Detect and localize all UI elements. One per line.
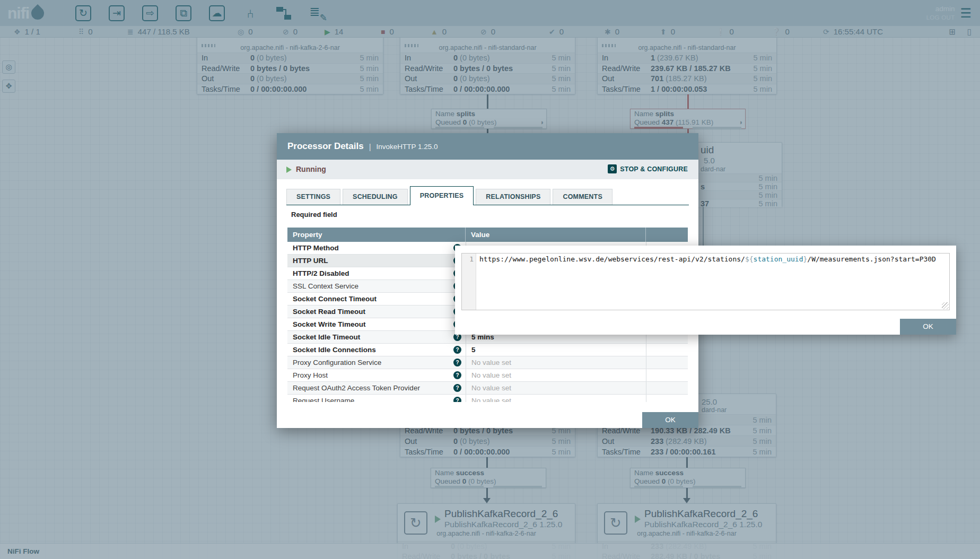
title-separator: |	[369, 142, 371, 151]
help-icon[interactable]: ?	[453, 384, 461, 392]
property-row-clipped: Request Username?No value set	[287, 395, 688, 402]
help-icon[interactable]: ?	[453, 371, 461, 379]
stop-and-configure-button[interactable]: ⚙ STOP & CONFIGURE	[608, 164, 688, 173]
dialog-title: Processor Details	[287, 141, 364, 152]
expression-variable: station_uuid	[754, 255, 803, 263]
value-editor[interactable]: 1 https://www.pegelonline.wsv.de/webserv…	[461, 253, 950, 310]
resize-handle-icon[interactable]	[942, 302, 949, 309]
dialog-ok-button[interactable]: OK	[642, 412, 698, 428]
stop-configure-gear-icon: ⚙	[608, 164, 617, 173]
tab-properties[interactable]: PROPERTIES	[410, 186, 474, 205]
help-icon: ?	[453, 397, 461, 402]
running-state-icon	[286, 167, 292, 173]
tab-scheduling[interactable]: SCHEDULING	[343, 189, 408, 205]
property-row[interactable]: Proxy Host?No value set	[287, 369, 688, 382]
tab-relationships[interactable]: RELATIONSHIPS	[476, 189, 550, 205]
editor-gutter: 1	[462, 254, 476, 310]
value-editor-popup: 1 https://www.pegelonline.wsv.de/webserv…	[455, 246, 956, 335]
property-row[interactable]: Socket Idle Connections?5	[287, 344, 688, 356]
running-state-label: Running	[296, 165, 326, 173]
editor-ok-button[interactable]: OK	[900, 319, 956, 335]
help-icon[interactable]: ?	[453, 359, 461, 366]
dialog-header[interactable]: Processor Details | InvokeHTTP 1.25.0	[277, 133, 698, 160]
tab-comments[interactable]: COMMENTS	[553, 189, 612, 205]
help-icon[interactable]: ?	[453, 346, 461, 354]
nifi-app: org.apache.nifi - nifi-kafka-2-6-nar In0…	[0, 0, 980, 559]
property-row[interactable]: Request OAuth2 Access Token Provider?No …	[287, 382, 688, 395]
line-number: 1	[469, 255, 474, 263]
dialog-tabs: SETTINGS SCHEDULING PROPERTIES RELATIONS…	[286, 186, 612, 205]
properties-table-header: Property Value	[287, 228, 688, 242]
tab-settings[interactable]: SETTINGS	[286, 189, 340, 205]
tab-underline	[286, 205, 689, 205]
property-row[interactable]: Proxy Configuration Service?No value set	[287, 356, 688, 369]
processor-state-row: Running ⚙ STOP & CONFIGURE	[277, 160, 698, 179]
required-field-note: Required field	[291, 211, 337, 219]
editor-text[interactable]: https://www.pegelonline.wsv.de/webservic…	[476, 254, 949, 310]
dialog-subtitle: InvokeHTTP 1.25.0	[377, 143, 438, 151]
